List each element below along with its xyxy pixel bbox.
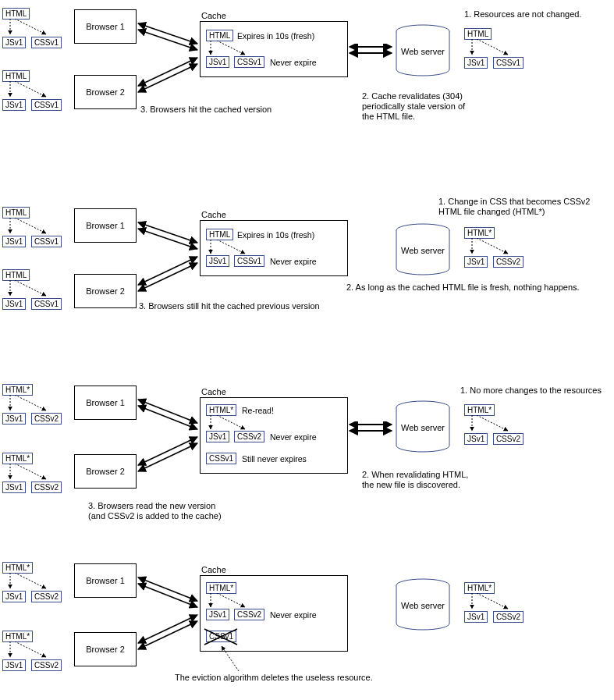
- css-file-box: CSSv1: [31, 298, 62, 310]
- css-file-box: CSSv1: [493, 57, 523, 69]
- html-star-file-box: HTML*: [2, 384, 33, 396]
- note-1b: HTML file changed (HTML*): [438, 207, 545, 216]
- server-files-group: HTML* JSv1 CSSv2: [464, 227, 523, 268]
- cssv2-file-box: CSSv2: [31, 659, 62, 671]
- svg-line-24: [138, 584, 197, 607]
- cache-label: Cache: [201, 210, 226, 219]
- web-server-label: Web server: [401, 47, 445, 56]
- html-file-box: HTML: [2, 8, 30, 20]
- cache-label: Cache: [201, 11, 226, 20]
- js-file-box: JSv1: [464, 611, 488, 623]
- note-1a: 1. Change in CSS that becomes CSSv2: [438, 197, 590, 206]
- web-server-label: Web server: [401, 423, 445, 432]
- note-3: 3. Browsers still hit the cached previou…: [139, 301, 320, 311]
- cache-line1-status: Re-read!: [242, 406, 274, 415]
- html-file-box: HTML: [2, 70, 30, 82]
- browser-1-box: Browser 1: [74, 386, 137, 420]
- client-files-group: HTML* JSv1 CSSv2: [2, 384, 62, 425]
- html-file-box: HTML: [464, 28, 492, 40]
- cache-css-box: CSSv1: [234, 255, 264, 267]
- svg-line-16: [138, 443, 197, 471]
- cssv2-file-box: CSSv2: [31, 591, 62, 602]
- svg-line-10: [138, 257, 197, 285]
- js-file-box: JSv1: [2, 99, 26, 111]
- web-server-label: Web server: [401, 601, 445, 610]
- html-star-file-box: HTML*: [464, 227, 495, 239]
- web-server-cylinder: Web server: [395, 223, 451, 276]
- web-server-cylinder: Web server: [395, 400, 451, 453]
- js-file-box: JSv1: [464, 433, 488, 445]
- cache-label: Cache: [201, 565, 226, 574]
- js-file-box: JSv1: [2, 659, 26, 671]
- html-star-file-box: HTML*: [2, 562, 33, 574]
- web-server-label: Web server: [401, 246, 445, 255]
- cssv2-file-box: CSSv2: [31, 413, 62, 425]
- cache-label: Cache: [201, 387, 226, 396]
- browser-2-box: Browser 2: [74, 632, 137, 666]
- cssv2-file-box: CSSv2: [493, 256, 523, 268]
- cache-js-box: JSv1: [206, 609, 229, 620]
- js-file-box: JSv1: [2, 591, 26, 602]
- svg-line-9: [138, 229, 197, 249]
- svg-line-1: [138, 23, 197, 44]
- client-files-group: HTML JSv1 CSSv1: [2, 269, 62, 310]
- browser-2-box: Browser 2: [74, 274, 137, 308]
- client-files-group: HTML* JSv1 CSSv2: [2, 562, 62, 602]
- cache-js-box: JSv1: [206, 255, 229, 267]
- browser-2-box: Browser 2: [74, 75, 137, 109]
- svg-line-4: [138, 64, 197, 92]
- note-1: 1. Resources are not changed.: [464, 9, 581, 19]
- server-files-group: HTML* JSv1 CSSv2: [464, 582, 523, 623]
- cache-js-box: JSv1: [206, 56, 229, 68]
- cssv2-file-box: CSSv2: [493, 611, 523, 623]
- client-files-group: HTML JSv1 CSSv1: [2, 70, 62, 111]
- js-file-box: JSv1: [464, 57, 488, 69]
- server-files-group: HTML* JSv1 CSSv2: [464, 404, 523, 445]
- html-file-box: HTML: [2, 269, 30, 281]
- browser-1-box: Browser 1: [74, 208, 137, 243]
- cache-line2-status: Never expire: [270, 432, 317, 442]
- note-2b: periodically stale version of: [362, 101, 465, 111]
- html-star-file-box: HTML*: [2, 453, 33, 464]
- note-3: 3. Browsers hit the cached version: [140, 105, 272, 114]
- note-3a: 3. Browsers read the new version: [88, 501, 215, 510]
- cache-html-star-box: HTML*: [206, 582, 236, 594]
- browser-1-box: Browser 1: [74, 563, 137, 598]
- svg-line-26: [138, 621, 197, 649]
- client-files-group: HTML JSv1 CSSv1: [2, 207, 62, 247]
- browser-1-box: Browser 1: [74, 9, 137, 44]
- cache-line1-status: Expires in 10s (fresh): [237, 31, 314, 41]
- cssv2-file-box: CSSv2: [31, 481, 62, 493]
- cache-line2-status: Never expire: [270, 610, 317, 620]
- cache-cssv2-box: CSSv2: [234, 431, 264, 442]
- cache-css-box: CSSv1: [234, 56, 264, 68]
- client-files-group: HTML* JSv1 CSSv2: [2, 631, 62, 671]
- svg-line-14: [138, 406, 197, 429]
- note-eviction: The eviction algorithm deletes the usele…: [175, 673, 373, 682]
- css-file-box: CSSv1: [31, 236, 62, 247]
- client-files-group: HTML JSv1 CSSv1: [2, 8, 62, 48]
- svg-line-25: [138, 615, 197, 643]
- server-files-group: HTML JSv1 CSSv1: [464, 28, 523, 69]
- cssv2-file-box: CSSv2: [493, 433, 523, 445]
- cache-html-box: HTML: [206, 229, 233, 240]
- svg-line-8: [138, 222, 197, 243]
- js-file-box: JSv1: [2, 37, 26, 48]
- note-1: 1. No more changes to the resources: [460, 386, 602, 395]
- js-file-box: JSv1: [2, 236, 26, 247]
- browser-2-box: Browser 2: [74, 454, 137, 489]
- cache-line1-status: Expires in 10s (fresh): [237, 230, 314, 240]
- css-file-box: CSSv1: [31, 37, 62, 48]
- diagram-stage: HTML JSv1 CSSv1 HTML JSv1 CSSv1 Browser …: [0, 0, 614, 700]
- svg-line-3: [138, 58, 197, 86]
- note-2a: 2. Cache revalidates (304): [362, 91, 463, 101]
- cache-html-star-box: HTML*: [206, 404, 236, 416]
- cache-cssv1-evicted-box: CSSv1: [206, 631, 236, 642]
- svg-line-15: [138, 437, 197, 465]
- js-file-box: JSv1: [2, 413, 26, 425]
- cache-cssv1-box: CSSv1: [206, 453, 236, 464]
- html-star-file-box: HTML*: [2, 631, 33, 642]
- html-star-file-box: HTML*: [464, 404, 495, 416]
- svg-line-2: [138, 30, 197, 50]
- css-file-box: CSSv1: [31, 99, 62, 111]
